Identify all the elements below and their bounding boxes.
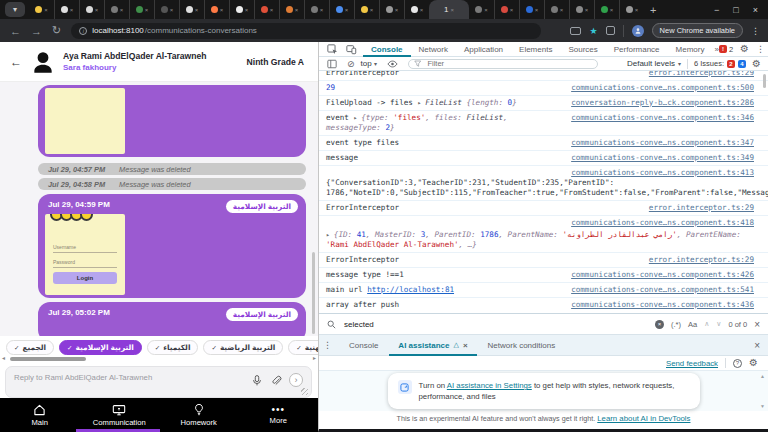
close-search-icon[interactable]: × bbox=[754, 319, 760, 330]
tab-close-icon[interactable]: × bbox=[220, 7, 224, 13]
forward-button[interactable]: → bbox=[31, 25, 42, 37]
window-close-button[interactable]: × bbox=[753, 5, 758, 15]
reload-button[interactable]: ↻ bbox=[52, 24, 61, 37]
tab-close-icon[interactable]: × bbox=[395, 7, 399, 13]
window-maximize-button[interactable]: □ bbox=[733, 5, 738, 15]
devtools-tab-network[interactable]: Network bbox=[411, 42, 456, 57]
browser-tab[interactable]: × bbox=[154, 0, 179, 19]
message-bubble[interactable]: Jul 29, 05:02 PM التربية الإسلامية bbox=[38, 302, 306, 336]
close-drawer-icon[interactable]: × bbox=[754, 340, 760, 351]
browser-tab[interactable]: × bbox=[254, 0, 279, 19]
console-source-link[interactable]: communications-conve…ns.component.ts:413 bbox=[571, 168, 754, 178]
nav-item-main[interactable]: Main bbox=[0, 398, 80, 432]
app-back-button[interactable]: ← bbox=[10, 55, 22, 69]
profile-avatar[interactable] bbox=[632, 25, 644, 37]
devtools-tab-elements[interactable]: Elements bbox=[511, 42, 560, 57]
device-toolbar-icon[interactable] bbox=[346, 44, 357, 55]
tab-close-icon[interactable]: × bbox=[635, 7, 639, 13]
filter-chip-active[interactable]: التربية الإسلامية✓ bbox=[59, 340, 142, 355]
nav-item-homework[interactable]: Homework bbox=[159, 398, 239, 432]
console-url-link[interactable]: http://localhost:81 bbox=[367, 285, 454, 294]
tab-close-icon[interactable]: × bbox=[320, 7, 324, 13]
regex-toggle[interactable]: (.*) bbox=[671, 320, 681, 329]
tab-close-icon[interactable]: × bbox=[70, 7, 74, 13]
browser-tab-active[interactable]: 1× bbox=[429, 0, 469, 19]
search-next-icon[interactable]: ∨ bbox=[716, 320, 721, 328]
drawer-menu-icon[interactable]: ⋮ bbox=[323, 340, 332, 350]
paperclip-icon[interactable] bbox=[270, 374, 282, 387]
message-bubble[interactable]: Jul 29, 04:59 PM التربية الإسلامية Usern… bbox=[38, 194, 306, 298]
console-source-link[interactable]: error.interceptor.ts:29 bbox=[649, 71, 754, 78]
console-messages[interactable]: error.interceptor.ts:29ErrorInterceptorc… bbox=[319, 71, 768, 313]
browser-tab[interactable]: × bbox=[569, 0, 594, 19]
issues-counter[interactable]: 6 Issues: 2 4 bbox=[694, 59, 746, 68]
microphone-icon[interactable] bbox=[251, 374, 263, 387]
message-bubble[interactable] bbox=[38, 85, 306, 157]
tab-close-icon[interactable]: × bbox=[370, 7, 374, 13]
tab-close-icon[interactable]: × bbox=[270, 7, 274, 13]
console-source-link[interactable]: communications-conve…ns.component.ts:349 bbox=[571, 153, 754, 163]
scroll-up-arrow-icon[interactable]: ▲ bbox=[760, 373, 765, 379]
browser-tab[interactable]: × bbox=[204, 0, 229, 19]
filter-chip[interactable]: التربية الرياضية✓ bbox=[203, 340, 283, 355]
filter-input[interactable] bbox=[425, 58, 592, 69]
tab-close-icon[interactable]: × bbox=[195, 7, 199, 13]
browser-tab[interactable]: × bbox=[594, 0, 619, 19]
devtools-tab-memory[interactable]: Memory bbox=[668, 42, 713, 57]
tab-close-icon[interactable]: × bbox=[95, 7, 99, 13]
console-settings-icon[interactable]: ⚙ bbox=[752, 59, 761, 69]
scroll-down-arrow-icon[interactable]: ▼ bbox=[760, 403, 765, 409]
browser-tab[interactable]: × bbox=[279, 0, 304, 19]
ai-settings-link[interactable]: AI assistance in Settings bbox=[447, 381, 532, 390]
window-minimize-button[interactable]: − bbox=[714, 5, 719, 15]
attached-image[interactable]: Username Password Login bbox=[45, 214, 125, 295]
tab-close-icon[interactable]: × bbox=[120, 7, 124, 13]
tab-close-icon[interactable]: × bbox=[245, 7, 249, 13]
tab-close-icon[interactable]: × bbox=[145, 7, 149, 13]
clear-search-icon[interactable]: × bbox=[655, 320, 664, 329]
browser-tab[interactable]: × bbox=[129, 0, 154, 19]
tab-close-icon[interactable]: × bbox=[610, 7, 614, 13]
chips-scrollbar[interactable]: ◄ ► bbox=[6, 357, 312, 361]
console-source-link[interactable]: communications-conve…ns.component.ts:426 bbox=[571, 270, 754, 280]
error-count-badge[interactable]: ! 2 bbox=[719, 45, 733, 54]
devtools-tab-sources[interactable]: Sources bbox=[560, 42, 605, 57]
help-icon[interactable]: ? bbox=[733, 359, 742, 368]
site-info-icon[interactable]: i bbox=[79, 27, 87, 35]
drawer-tab-ai-assistance[interactable]: AI assistance △ × bbox=[389, 335, 476, 356]
console-filter-input[interactable] bbox=[408, 59, 598, 69]
scroll-right-arrow-icon[interactable]: ► bbox=[312, 355, 317, 361]
tab-close-icon[interactable]: × bbox=[420, 7, 424, 13]
reply-input[interactable]: Reply to Rami AbdElQader Al-Tarawneh › bbox=[5, 366, 312, 398]
devtools-tab-console[interactable]: Console bbox=[363, 42, 411, 57]
filter-chip[interactable]: الكيمياء✓ bbox=[147, 340, 199, 355]
browser-tab[interactable]: × bbox=[79, 0, 104, 19]
search-previous-icon[interactable]: ∧ bbox=[704, 320, 709, 328]
tab-close-icon[interactable]: × bbox=[450, 7, 454, 13]
devtools-tab-application[interactable]: Application bbox=[456, 42, 511, 57]
console-source-link[interactable]: communications-conve…ns.component.ts:500 bbox=[571, 83, 754, 93]
tab-capture-icon[interactable] bbox=[570, 27, 581, 35]
extensions-icon[interactable] bbox=[606, 26, 615, 35]
live-expression-eye-icon[interactable] bbox=[387, 60, 398, 68]
nav-item-more[interactable]: ••• More bbox=[239, 398, 319, 432]
send-button[interactable]: › bbox=[289, 373, 303, 387]
contact-subname[interactable]: Sara fakhoury bbox=[63, 63, 207, 72]
browser-tab[interactable]: × bbox=[329, 0, 354, 19]
browser-tab[interactable]: × bbox=[104, 0, 129, 19]
messages-scrollbar[interactable] bbox=[312, 252, 315, 334]
browser-tab[interactable]: × bbox=[29, 0, 54, 19]
browser-tab[interactable]: × bbox=[519, 0, 544, 19]
message-list[interactable]: Jul 29, 04:57 PM Message was deleted Jul… bbox=[0, 82, 318, 336]
tab-close-icon[interactable]: × bbox=[585, 7, 589, 13]
console-source-link[interactable]: error.interceptor.ts:29 bbox=[649, 203, 754, 213]
browser-tab[interactable]: × bbox=[494, 0, 519, 19]
scroll-left-arrow-icon[interactable]: ◄ bbox=[1, 355, 6, 361]
browser-tab[interactable]: × bbox=[354, 0, 379, 19]
tab-close-icon[interactable]: × bbox=[535, 7, 539, 13]
console-scrollbar[interactable] bbox=[763, 74, 766, 88]
match-case-toggle[interactable]: Aa bbox=[688, 320, 697, 329]
browser-tab[interactable]: × bbox=[304, 0, 329, 19]
browser-tab[interactable]: × bbox=[469, 0, 494, 19]
browser-tab[interactable]: × bbox=[54, 0, 79, 19]
